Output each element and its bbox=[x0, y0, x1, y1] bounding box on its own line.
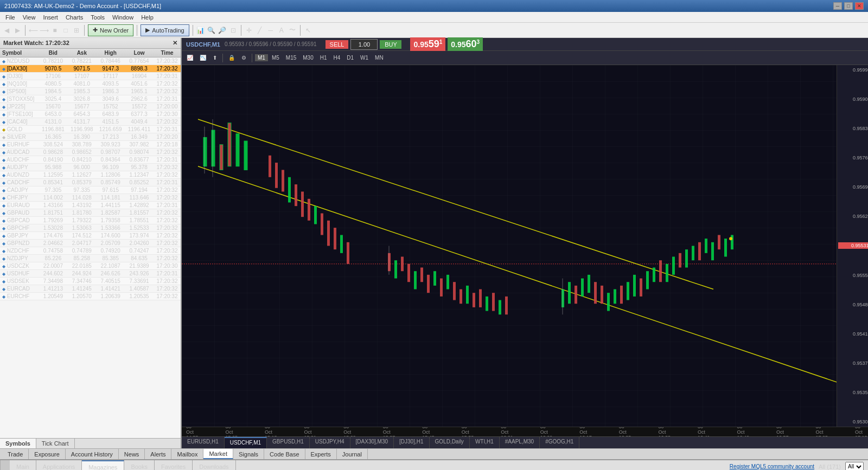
chart-tab-usdchf[interactable]: USDCHF,M1 bbox=[225, 437, 267, 448]
nav-tab-code-base[interactable]: Code Base bbox=[264, 449, 305, 459]
tf-btn-m5[interactable]: M5 bbox=[269, 54, 282, 61]
market-row[interactable]: ◆ [STOXX50] 3025.4 3026.8 3049.6 2962.6 … bbox=[0, 95, 181, 103]
lot-size-input[interactable] bbox=[350, 39, 378, 50]
indicator-icon[interactable]: 〜 bbox=[288, 26, 297, 35]
market-row[interactable]: ◆ [JP225] 15670 15677 15752 15572 17:20:… bbox=[0, 103, 181, 111]
market-row[interactable]: ◆ CADCHF 0.85341 0.85379 0.85749 0.85252… bbox=[0, 179, 181, 186]
magazine-filter-dropdown[interactable]: All bbox=[845, 462, 864, 471]
terminal-tab-main[interactable]: Main bbox=[10, 460, 36, 470]
tf-btn-d1[interactable]: D1 bbox=[344, 54, 356, 61]
chart-tab-gbpusd[interactable]: GBPUSD,H1 bbox=[267, 437, 310, 448]
chart-tab-gold[interactable]: GOLD,Daily bbox=[430, 437, 470, 448]
tf-btn-mn[interactable]: MN bbox=[372, 54, 386, 61]
menu-insert[interactable]: Insert bbox=[40, 13, 61, 22]
nav-tab-market[interactable]: Market bbox=[203, 449, 233, 459]
nav-tab-account-history[interactable]: Account History bbox=[66, 449, 119, 459]
nav-tab-exposure[interactable]: Exposure bbox=[29, 449, 65, 459]
menu-file[interactable]: File bbox=[2, 13, 18, 22]
market-row[interactable]: ◆ CHFJPY 114.002 114.028 114.181 113.646… bbox=[0, 194, 181, 202]
zoom-in-icon[interactable]: 🔍 bbox=[207, 26, 216, 35]
market-row[interactable]: ◆ NZDUSD 0.78210 0.78221 0.78446 0.77654… bbox=[0, 57, 181, 65]
terminal-tab-magazines[interactable]: Magazines bbox=[82, 460, 124, 470]
market-row[interactable]: ◆ NZDJPY 85.226 85.258 85.385 84.635 17:… bbox=[0, 255, 181, 262]
tf-btn-h4[interactable]: H4 bbox=[331, 54, 343, 61]
market-row[interactable]: ◆ EURCAD 1.41213 1.41245 1.41421 1.40587… bbox=[0, 285, 181, 293]
terminal-tab-books[interactable]: Books bbox=[124, 460, 155, 470]
nav-tab-mailbox[interactable]: Mailbox bbox=[171, 449, 203, 459]
market-watch-close-icon[interactable]: ✕ bbox=[173, 40, 177, 47]
toolbar-icon-6[interactable]: □ bbox=[61, 26, 70, 35]
market-row[interactable]: ◆ GOLD 1196.881 1196.998 1216.659 1196.4… bbox=[0, 126, 181, 133]
mw-tab-tick-chart[interactable]: Tick Chart bbox=[36, 439, 75, 448]
market-row[interactable]: ◆ AUDNZD 1.12595 1.12627 1.12806 1.12347… bbox=[0, 171, 181, 179]
market-row[interactable]: ◆ GBPAUD 1.81751 1.81780 1.82587 1.81557… bbox=[0, 209, 181, 217]
toolbar-icon-lock[interactable]: 🔒 bbox=[226, 54, 238, 61]
menu-window[interactable]: Window bbox=[109, 13, 137, 22]
tf-btn-w1[interactable]: W1 bbox=[358, 54, 371, 61]
sell-button[interactable]: SELL bbox=[326, 40, 349, 49]
toolbar-icon-5[interactable]: ■ bbox=[50, 26, 59, 35]
crosshair-icon[interactable]: ✛ bbox=[245, 26, 253, 35]
nav-tab-news[interactable]: News bbox=[119, 449, 145, 459]
nav-tab-experts[interactable]: Experts bbox=[305, 449, 337, 459]
tf-btn-h1[interactable]: H1 bbox=[317, 54, 330, 61]
market-row[interactable]: ◆ [FTSE100] 6453.0 6454.3 6483.9 6377.3 … bbox=[0, 111, 181, 118]
menu-charts[interactable]: Charts bbox=[62, 13, 86, 22]
menu-tools[interactable]: Tools bbox=[87, 13, 108, 22]
mw-tab-symbols[interactable]: Symbols bbox=[0, 439, 36, 448]
toolbar-icon-settings[interactable]: ⚙ bbox=[239, 54, 249, 61]
cursor-icon[interactable]: ↖ bbox=[304, 26, 312, 35]
terminal-tab-applications[interactable]: Applications bbox=[36, 460, 82, 470]
menu-help[interactable]: Help bbox=[138, 13, 157, 22]
market-row[interactable]: ◆ GBPNZD 2.04662 2.04717 2.05709 2.04260… bbox=[0, 240, 181, 247]
zoom-out-icon[interactable]: 🔎 bbox=[218, 26, 227, 35]
market-row[interactable]: ◆ [CAC40] 4131.0 4131.7 4151.5 4049.4 17… bbox=[0, 118, 181, 126]
chart-settings-icon[interactable]: ⊡ bbox=[229, 26, 238, 35]
toolbar-chart-icon-1[interactable]: 📈 bbox=[184, 54, 196, 61]
chart-tab-dj30[interactable]: [DJ30],H1 bbox=[394, 437, 429, 448]
autotrading-button[interactable]: ▶ AutoTrading bbox=[141, 24, 189, 36]
toolbar-icon-1[interactable]: ◀ bbox=[2, 26, 11, 35]
terminal-tab-downloads[interactable]: Downloads bbox=[193, 460, 235, 470]
minimize-button[interactable]: ─ bbox=[833, 2, 842, 10]
toolbar-icon-2[interactable]: ▶ bbox=[13, 26, 22, 35]
nav-tab-trade[interactable]: Trade bbox=[2, 449, 29, 459]
market-row[interactable]: ◆ USDCZK 22.0007 22.0185 22.1087 21.9389… bbox=[0, 262, 181, 270]
market-row[interactable]: ◆ GBPCAD 1.79269 1.79322 1.79358 1.78551… bbox=[0, 217, 181, 224]
market-row[interactable]: ◆ [DJ30] 17106 17107 17117 16904 17:20:3… bbox=[0, 73, 181, 80]
tf-btn-m15[interactable]: M15 bbox=[283, 54, 299, 61]
new-order-button[interactable]: ✚ New Order bbox=[88, 24, 133, 36]
register-link[interactable]: Register MQL5 community account bbox=[730, 463, 814, 469]
market-row[interactable]: ◆ AUDCAD 0.98628 0.98652 0.98707 0.98074… bbox=[0, 149, 181, 156]
market-row[interactable]: ◆ AUDCHF 0.84190 0.84210 0.84364 0.83677… bbox=[0, 156, 181, 164]
market-row[interactable]: ◆ GBPJPY 174.476 174.512 174.600 173.974… bbox=[0, 232, 181, 240]
line-icon[interactable]: ╱ bbox=[256, 26, 264, 35]
toolbar-icon-4[interactable]: ⟶ bbox=[40, 26, 48, 35]
chart-tab-goog[interactable]: #GOOG,H1 bbox=[540, 437, 579, 448]
nav-tab-journal[interactable]: Journal bbox=[337, 449, 368, 459]
market-row[interactable]: ◆ EURAUD 1.43166 1.43192 1.44115 1.42892… bbox=[0, 202, 181, 209]
chart-tab-eurusd[interactable]: EURUSD,H1 bbox=[182, 437, 225, 448]
market-row[interactable]: ◆ SILVER 16.365 16.390 17.213 16.349 17:… bbox=[0, 133, 181, 141]
nav-tab-alerts[interactable]: Alerts bbox=[145, 449, 171, 459]
market-row[interactable]: ◆ EURHUF 308.524 308.789 309.923 307.982… bbox=[0, 141, 181, 149]
chart-tab-usdjpy[interactable]: USDJPY,H4 bbox=[310, 437, 350, 448]
hline-icon[interactable]: ─ bbox=[266, 26, 275, 35]
menu-view[interactable]: View bbox=[20, 13, 39, 22]
chart-type-icon[interactable]: 📊 bbox=[196, 26, 205, 35]
market-row[interactable]: ◆ GBPCHF 1.53028 1.53063 1.53366 1.52533… bbox=[0, 224, 181, 232]
market-row[interactable]: ◆ [DAX30] 9070.5 9071.5 9147.3 8898.3 17… bbox=[0, 65, 181, 73]
chart-tab-wti[interactable]: WTI,H1 bbox=[470, 437, 500, 448]
terminal-tab-favorites[interactable]: Favorites bbox=[155, 460, 193, 470]
chart-tab-dax30[interactable]: [DAX30],M30 bbox=[350, 437, 394, 448]
chart-canvas[interactable]: 0.95993 0.95900 0.95830 0.95760 0.95690 … bbox=[182, 65, 868, 427]
toolbar-icon-3[interactable]: ⟵ bbox=[29, 26, 37, 35]
market-row[interactable]: ◆ AUDJPY 95.988 96.000 96.109 95.378 17:… bbox=[0, 164, 181, 171]
market-row[interactable]: ◆ EURCHF 1.20549 1.20570 1.20639 1.20535… bbox=[0, 293, 181, 300]
buy-button[interactable]: BUY bbox=[380, 40, 401, 49]
nav-tab-signals[interactable]: Signals bbox=[233, 449, 264, 459]
market-row[interactable]: ◆ [NQ100] 4080.5 4081.0 4093.5 4051.6 17… bbox=[0, 80, 181, 88]
text-icon[interactable]: A bbox=[277, 26, 286, 35]
market-row[interactable]: ◆ NZDCHF 0.74758 0.74789 0.74920 0.74247… bbox=[0, 247, 181, 255]
close-button[interactable]: ✕ bbox=[855, 2, 864, 10]
